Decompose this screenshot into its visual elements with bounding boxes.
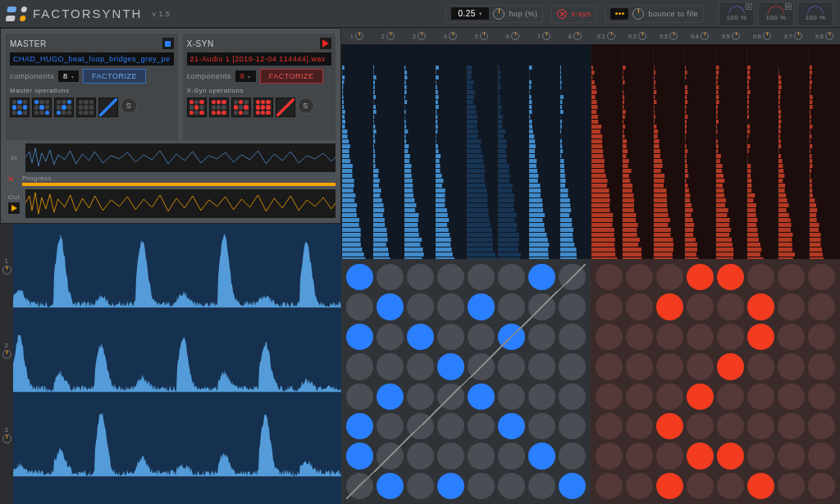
matrix-cell[interactable] <box>377 293 404 320</box>
xsyn-factorize-button[interactable]: FACTORIZE <box>260 69 323 84</box>
matrix-cell[interactable] <box>528 413 555 439</box>
spectral-col-3[interactable] <box>404 44 435 259</box>
matrix-cell[interactable] <box>407 473 434 499</box>
matrix-cell[interactable] <box>377 324 404 350</box>
spectral-knob-7[interactable]: 7 <box>528 28 559 44</box>
spectral-col-9[interactable] <box>591 44 622 259</box>
matrix-cell[interactable] <box>559 473 586 499</box>
component-knob-4[interactable]: 4 <box>0 477 13 504</box>
matrix-cell[interactable] <box>656 384 683 410</box>
matrix-cell[interactable] <box>656 443 683 469</box>
matrix-cell[interactable] <box>596 413 623 439</box>
meter-2[interactable]: M100 % <box>758 2 794 26</box>
matrix-cell[interactable] <box>559 443 586 469</box>
matrix-cell[interactable] <box>468 384 495 410</box>
matrix-cell[interactable] <box>687 324 714 350</box>
component-wave-1[interactable] <box>13 224 341 308</box>
spectral-knob-4[interactable]: 4 <box>435 28 466 44</box>
matrix-cell[interactable] <box>596 353 623 379</box>
matrix-cell[interactable] <box>808 473 835 499</box>
matrix-cell[interactable] <box>437 353 464 379</box>
matrix-cell[interactable] <box>407 384 434 410</box>
spectral-col-6[interactable] <box>497 44 528 259</box>
spectral-col-2[interactable] <box>372 44 404 259</box>
matrix-cell[interactable] <box>498 384 525 410</box>
master-file[interactable]: CHAD_HUGO_beat_loop_bridges_grey_pe <box>10 52 174 66</box>
matrix-cell[interactable] <box>596 384 623 410</box>
matrix-cell[interactable] <box>559 264 586 290</box>
matrix-cell[interactable] <box>626 443 653 469</box>
matrix-cell[interactable] <box>498 324 525 350</box>
matrix-cell[interactable] <box>717 324 744 350</box>
matrix-cell[interactable] <box>559 324 586 350</box>
component-wave-2[interactable] <box>13 308 341 393</box>
matrix-cell[interactable] <box>778 353 805 379</box>
matrix-cell[interactable] <box>747 384 774 410</box>
matrix-cell[interactable] <box>717 293 744 320</box>
matrix-cell[interactable] <box>528 473 555 499</box>
matrix-cell[interactable] <box>498 443 525 469</box>
matrix-cell[interactable] <box>656 353 683 379</box>
matrix-cell[interactable] <box>377 473 404 499</box>
spectral-knob-x6[interactable]: X6 <box>746 28 778 44</box>
matrix-cell[interactable] <box>437 443 464 469</box>
master-stop-button[interactable] <box>162 38 174 49</box>
spectral-knob-x5[interactable]: X5 <box>715 28 746 44</box>
master-factorize-button[interactable]: FACTORIZE <box>83 69 146 84</box>
matrix-cell[interactable] <box>468 443 495 469</box>
spectral-col-11[interactable] <box>653 44 684 259</box>
matrix-cell[interactable] <box>528 324 555 350</box>
matrix-cell[interactable] <box>528 264 555 290</box>
spectral-knob-3[interactable]: 3 <box>404 28 435 44</box>
matrix-cell[interactable] <box>377 384 404 410</box>
matrix-cell[interactable] <box>377 413 404 439</box>
spectral-knob-x1[interactable]: X1 <box>591 28 622 44</box>
spectral-col-15[interactable] <box>778 44 809 259</box>
bounce-knob[interactable] <box>632 8 644 20</box>
matrix-cell[interactable] <box>596 293 623 320</box>
matrix-cell[interactable] <box>778 264 805 290</box>
matrix-cell[interactable] <box>407 264 434 290</box>
matrix-cell[interactable] <box>626 384 653 410</box>
matrix-cell[interactable] <box>778 413 805 439</box>
master-matrix[interactable] <box>341 259 591 504</box>
matrix-cell[interactable] <box>407 413 434 439</box>
matrix-cell[interactable] <box>346 353 373 379</box>
master-op-4[interactable] <box>76 98 96 117</box>
matrix-cell[interactable] <box>498 473 525 499</box>
matrix-cell[interactable] <box>468 473 495 499</box>
spectral-knob-1[interactable]: 1 <box>341 28 372 44</box>
matrix-cell[interactable] <box>626 264 653 290</box>
matrix-cell[interactable] <box>626 473 653 499</box>
spectral-knob-x7[interactable]: X7 <box>778 28 809 44</box>
matrix-cell[interactable] <box>747 324 774 350</box>
matrix-cell[interactable] <box>559 413 586 439</box>
matrix-cell[interactable] <box>808 324 835 350</box>
matrix-cell[interactable] <box>778 443 805 469</box>
xsyn-op-1[interactable] <box>187 98 207 117</box>
bounce-icon[interactable] <box>610 8 628 20</box>
matrix-cell[interactable] <box>808 384 835 410</box>
matrix-cell[interactable] <box>346 473 373 499</box>
matrix-cell[interactable] <box>528 443 555 469</box>
spectral-knob-5[interactable]: 5 <box>466 28 497 44</box>
xsyn-op-5[interactable] <box>276 98 295 117</box>
meter-3[interactable]: 100 % <box>797 2 833 26</box>
matrix-cell[interactable] <box>346 413 373 439</box>
matrix-cell[interactable] <box>498 264 525 290</box>
matrix-cell[interactable] <box>468 293 495 320</box>
matrix-cell[interactable] <box>407 443 434 469</box>
matrix-cell[interactable] <box>687 443 714 469</box>
matrix-cell[interactable] <box>468 413 495 439</box>
matrix-cell[interactable] <box>498 293 525 320</box>
meter-1[interactable]: S100 % <box>719 2 755 26</box>
cancel-icon[interactable]: ✕ <box>7 175 15 184</box>
matrix-cell[interactable] <box>687 384 714 410</box>
matrix-cell[interactable] <box>656 293 683 320</box>
spectral-col-12[interactable] <box>684 44 715 259</box>
spectral-knob-6[interactable]: 6 <box>497 28 528 44</box>
hop-value[interactable]: 0.25 <box>451 7 489 20</box>
matrix-cell[interactable] <box>468 353 495 379</box>
matrix-cell[interactable] <box>437 473 464 499</box>
matrix-cell[interactable] <box>747 293 774 320</box>
